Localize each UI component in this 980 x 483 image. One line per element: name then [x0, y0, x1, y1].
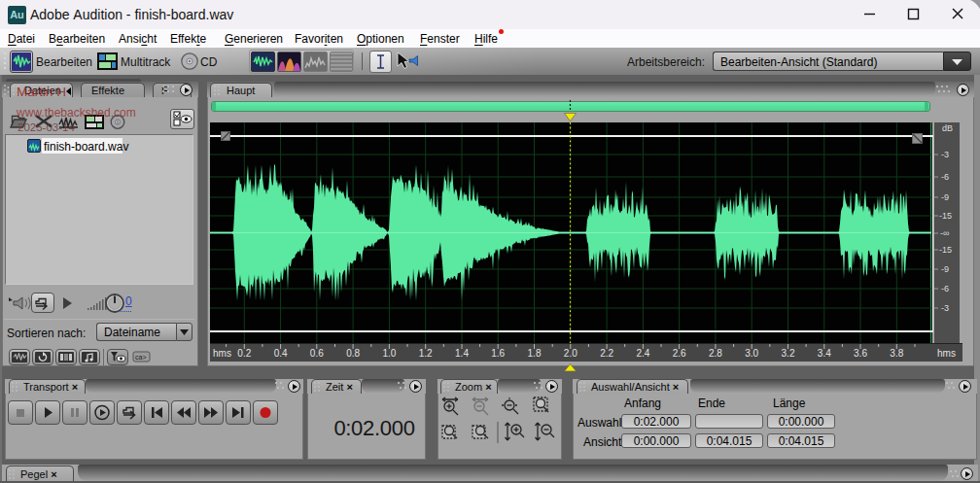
svg-text:3.2: 3.2 [782, 348, 795, 359]
svg-text:3.6: 3.6 [854, 348, 867, 359]
svg-text:1.0: 1.0 [382, 348, 396, 359]
svg-text:-3: -3 [941, 303, 949, 313]
svg-text:0.8: 0.8 [346, 348, 360, 359]
svg-text:1.6: 1.6 [491, 348, 505, 359]
svg-text:-6: -6 [941, 172, 949, 182]
svg-text:-6: -6 [941, 284, 949, 293]
svg-text:1.4: 1.4 [455, 348, 469, 359]
svg-text:3.8: 3.8 [890, 348, 903, 359]
svg-text:hms: hms [937, 348, 956, 359]
svg-text:2.8: 2.8 [709, 348, 722, 359]
svg-text:dB: dB [942, 123, 953, 133]
svg-text:3.4: 3.4 [818, 348, 831, 359]
svg-text:-9: -9 [941, 192, 949, 202]
svg-text:-9: -9 [941, 264, 949, 274]
svg-text:1.2: 1.2 [419, 348, 433, 359]
svg-text:-15: -15 [939, 245, 952, 255]
svg-text:2.6: 2.6 [673, 348, 686, 359]
svg-text:3.0: 3.0 [745, 348, 758, 359]
svg-text:0.4: 0.4 [274, 348, 288, 359]
svg-text:-3: -3 [941, 150, 949, 159]
svg-text:-∞: -∞ [940, 228, 949, 238]
svg-text:1.8: 1.8 [528, 348, 542, 359]
svg-text:-15: -15 [939, 211, 952, 221]
svg-text:0.6: 0.6 [310, 348, 324, 359]
svg-text:2.4: 2.4 [636, 348, 649, 359]
svg-text:2.2: 2.2 [600, 348, 613, 359]
svg-text:hms: hms [213, 348, 231, 359]
svg-text:0.2: 0.2 [237, 348, 251, 359]
